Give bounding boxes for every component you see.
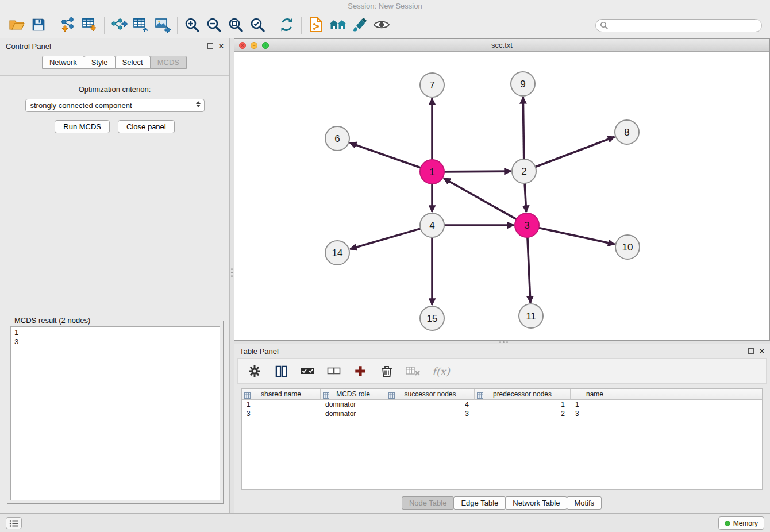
tab-style[interactable]: Style [84, 56, 116, 69]
graph-edge-4-14[interactable] [350, 229, 421, 249]
graph-edge-2-8[interactable] [536, 137, 615, 167]
table-cell[interactable]: 2 [475, 409, 571, 418]
export-table-icon [132, 17, 149, 34]
table-cell[interactable]: dominator [321, 400, 386, 409]
show-neighbors-button[interactable] [327, 15, 349, 36]
graph-node-7[interactable]: 7 [420, 73, 444, 97]
table-cell[interactable]: 1 [242, 400, 321, 409]
graph-node-4[interactable]: 4 [420, 213, 444, 237]
tab-select[interactable]: Select [115, 56, 151, 69]
optimization-criterion-label: Optimization criterion: [0, 85, 229, 94]
export-image-button[interactable] [152, 15, 174, 36]
graph-node-label: 1 [429, 167, 434, 178]
table-cell[interactable]: dominator [321, 409, 386, 418]
float-table-panel-icon[interactable] [748, 348, 754, 354]
unselect-all-rows-button[interactable] [326, 364, 341, 379]
graph-node-1[interactable]: 1 [420, 160, 444, 184]
graph-node-6[interactable]: 6 [325, 126, 349, 151]
mcds-result-title: MCDS result (2 nodes) [12, 316, 93, 325]
graph-node-10[interactable]: 10 [615, 235, 640, 259]
delete-columns-button[interactable] [379, 364, 394, 379]
column-header-shared-name[interactable]: shared name [242, 389, 321, 400]
tab-network-table[interactable]: Network Table [505, 496, 567, 510]
show-graphics-details-button[interactable] [371, 15, 392, 36]
table-panel-title: Table Panel [240, 347, 279, 356]
table-cell[interactable]: 3 [571, 409, 619, 418]
tab-motifs[interactable]: Motifs [567, 496, 602, 510]
memory-button[interactable]: Memory [718, 516, 764, 530]
function-builder-button[interactable]: f(x) [432, 365, 450, 377]
show-log-button[interactable] [6, 517, 22, 529]
table-options-button[interactable] [247, 364, 262, 379]
export-table-button[interactable] [130, 15, 152, 36]
graph-node-label: 4 [429, 220, 434, 231]
graph-edge-1-2[interactable] [444, 171, 511, 172]
table-cell[interactable]: 4 [386, 400, 475, 409]
tab-node-table[interactable]: Node Table [402, 496, 455, 510]
zoom-selected-button[interactable] [247, 15, 268, 36]
show-columns-button[interactable] [274, 364, 288, 379]
mcds-result-item[interactable]: 3 [14, 337, 216, 346]
search-input[interactable] [595, 19, 762, 32]
graph-node-9[interactable]: 9 [511, 72, 535, 96]
graph-edge-3-1[interactable] [444, 178, 517, 219]
share-document-icon [309, 17, 323, 34]
close-panel-icon[interactable]: × [219, 43, 224, 49]
network-window-titlebar[interactable]: × − + scc.txt [234, 39, 769, 52]
select-all-rows-button[interactable] [300, 364, 315, 379]
float-panel-icon[interactable] [207, 43, 213, 49]
graph-node-8[interactable]: 8 [615, 120, 639, 144]
column-header-filler [619, 389, 762, 400]
tab-mcds[interactable]: MCDS [150, 56, 187, 69]
graph-edge-3-10[interactable] [539, 228, 615, 244]
column-header-name[interactable]: name [571, 389, 619, 400]
graph-edge-2-3[interactable] [525, 183, 526, 212]
graph-node-2[interactable]: 2 [512, 159, 536, 183]
tab-network[interactable]: Network [42, 56, 84, 69]
graph-node-11[interactable]: 11 [519, 304, 543, 328]
import-table-button[interactable] [79, 15, 101, 36]
graph-node-label: 2 [521, 166, 526, 177]
close-panel-button[interactable]: Close panel [118, 120, 175, 133]
network-graph[interactable]: 7968124314101511 [234, 52, 769, 340]
open-session-button[interactable] [6, 15, 28, 36]
table-cell[interactable]: 1 [475, 400, 571, 409]
column-header-mcds-role[interactable]: MCDS role [321, 389, 386, 400]
vertical-splitter[interactable] [230, 38, 234, 513]
table-row[interactable]: 1 dominator 4 1 1 [242, 400, 762, 409]
graph-node-3[interactable]: 3 [515, 213, 539, 237]
network-canvas[interactable]: 7968124314101511 [234, 52, 769, 340]
delete-table-button[interactable] [406, 364, 421, 379]
zoom-fit-button[interactable] [225, 15, 247, 36]
graph-node-15[interactable]: 15 [420, 306, 444, 330]
save-session-button[interactable] [28, 15, 49, 36]
toolbar-separator [301, 17, 302, 34]
table-cell[interactable]: 3 [242, 409, 321, 418]
column-header-predecessor-nodes[interactable]: predecessor nodes [475, 389, 571, 400]
graph-node-14[interactable]: 14 [325, 241, 349, 265]
table-cell[interactable]: 3 [386, 409, 475, 418]
mcds-result-item[interactable]: 1 [14, 328, 216, 337]
close-table-panel-icon[interactable]: × [760, 348, 764, 354]
table-cell[interactable]: 1 [571, 400, 619, 409]
mcds-result-list[interactable]: 1 3 [10, 326, 220, 500]
graph-edge-1-6[interactable] [350, 143, 421, 168]
export-network-button[interactable] [108, 15, 130, 36]
zoom-in-button[interactable] [181, 15, 203, 36]
create-new-column-button[interactable] [353, 364, 368, 379]
graph-edge-2-9[interactable] [523, 97, 523, 159]
criterion-selected-value: strongly connected component [30, 101, 132, 110]
import-network-button[interactable] [57, 15, 79, 36]
criterion-select[interactable]: strongly connected component [25, 99, 205, 112]
zoom-out-button[interactable] [203, 15, 225, 36]
table-row[interactable]: 3 dominator 3 2 3 [242, 409, 762, 418]
toolbar-separator [104, 17, 105, 34]
run-mcds-button[interactable]: Run MCDS [55, 120, 110, 133]
share-document-button[interactable] [305, 15, 327, 36]
graph-edge-3-11[interactable] [528, 237, 530, 303]
apply-style-button[interactable] [349, 15, 371, 36]
tab-edge-table[interactable]: Edge Table [453, 496, 506, 510]
search-container [595, 19, 762, 32]
column-header-successor-nodes[interactable]: successor nodes [386, 389, 475, 400]
refresh-view-button[interactable] [276, 15, 298, 36]
